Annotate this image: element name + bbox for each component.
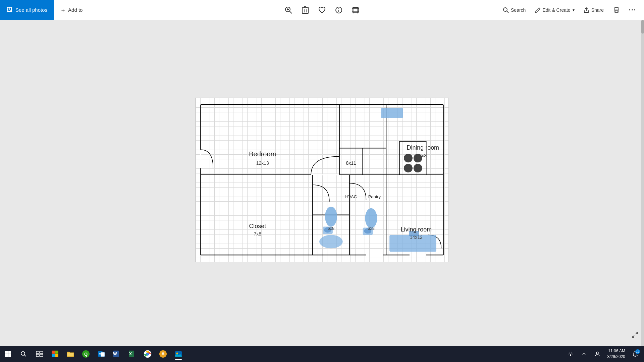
info-icon xyxy=(335,6,342,14)
svg-rect-85 xyxy=(52,351,55,354)
svg-rect-77 xyxy=(5,354,8,357)
photos-button[interactable] xyxy=(171,347,186,361)
svg-text:14x12: 14x12 xyxy=(410,235,423,240)
add-icon: ＋ xyxy=(60,6,66,14)
chrome-button[interactable] xyxy=(140,347,155,361)
svg-rect-23 xyxy=(615,11,618,12)
svg-text:Closet: Closet xyxy=(249,223,266,229)
svg-rect-82 xyxy=(40,351,43,354)
main-content: Bedroom 12x13 Dining room 8x8 8x11 HVAC … xyxy=(0,20,644,346)
word-icon: W xyxy=(113,350,121,358)
svg-rect-89 xyxy=(67,353,74,357)
file-explorer-button[interactable] xyxy=(63,347,78,361)
svg-point-58 xyxy=(404,154,413,162)
toolbar-right: Search Edit & Create ▾ Share xyxy=(499,3,644,17)
edit-icon xyxy=(534,7,540,13)
svg-text:X: X xyxy=(129,352,132,356)
network-icon[interactable] xyxy=(565,348,577,360)
share-icon xyxy=(583,7,589,13)
more-button[interactable]: ··· xyxy=(625,3,640,17)
quickbooks-icon: Q xyxy=(82,350,90,358)
taskbar-right: 11:06 AM 3/29/2020 19 xyxy=(565,348,644,360)
quickbooks-button[interactable]: Q xyxy=(78,347,93,361)
scrollbar[interactable] xyxy=(641,20,644,346)
svg-point-24 xyxy=(615,10,615,10)
taskview-button[interactable] xyxy=(32,347,47,361)
info-button[interactable] xyxy=(331,3,346,17)
svg-point-105 xyxy=(570,355,571,356)
more-icon: ··· xyxy=(629,6,637,14)
outlook-button[interactable]: O xyxy=(94,347,109,361)
taskbar-search-icon xyxy=(20,351,26,357)
svg-line-21 xyxy=(535,12,536,13)
see-all-photos-button[interactable]: 🖼 See all photos xyxy=(0,0,54,20)
crop-icon xyxy=(352,6,359,14)
notification-button[interactable]: 19 xyxy=(629,348,641,360)
svg-text:Bedroom: Bedroom xyxy=(249,150,276,158)
svg-point-101 xyxy=(147,353,149,355)
chevron-down-icon: ▾ xyxy=(573,8,575,12)
svg-text:Pantry: Pantry xyxy=(368,194,381,199)
taskbar: Q O W X xyxy=(0,346,644,362)
taskbar-search-button[interactable] xyxy=(16,347,31,361)
svg-text:6x8: 6x8 xyxy=(327,226,334,231)
taskbar-app-icons: Q O W X xyxy=(31,347,187,361)
svg-rect-4 xyxy=(302,8,308,13)
crop-button[interactable] xyxy=(348,3,363,17)
chevron-up-icon xyxy=(582,352,586,356)
expand-button[interactable] xyxy=(631,331,639,341)
taskview-icon xyxy=(36,351,43,357)
network-signal-icon xyxy=(568,351,573,357)
svg-rect-88 xyxy=(55,354,58,357)
zoom-button[interactable] xyxy=(281,3,296,17)
svg-text:7x8: 7x8 xyxy=(254,231,262,237)
svg-point-48 xyxy=(325,206,337,226)
svg-point-52 xyxy=(365,208,377,228)
svg-point-13 xyxy=(338,8,339,9)
floorplan-svg: Bedroom 12x13 Dining room 8x8 8x11 HVAC … xyxy=(196,98,448,262)
time-display: 11:06 AM xyxy=(607,348,625,354)
svg-text:8x11: 8x11 xyxy=(346,160,356,166)
heart-button[interactable] xyxy=(315,3,329,17)
svg-text:Q: Q xyxy=(84,352,88,357)
svg-line-80 xyxy=(24,355,26,357)
search-label: Search xyxy=(511,7,526,13)
svg-line-1 xyxy=(290,11,292,13)
store-button[interactable] xyxy=(48,347,62,361)
see-all-photos-label: See all photos xyxy=(15,7,47,13)
start-button[interactable] xyxy=(0,346,16,362)
delete-button[interactable] xyxy=(298,3,313,17)
print-button[interactable] xyxy=(609,3,624,17)
chevron-icon[interactable] xyxy=(578,348,590,360)
search-icon xyxy=(503,7,509,13)
scrollbar-thumb[interactable] xyxy=(641,20,644,34)
share-button[interactable]: Share xyxy=(579,5,608,15)
add-to-button[interactable]: ＋ Add to xyxy=(54,0,89,20)
chrome-icon xyxy=(144,350,152,358)
person-icon[interactable] xyxy=(591,348,603,360)
toolbar-center xyxy=(281,3,363,17)
svg-rect-87 xyxy=(52,354,55,357)
excel-icon: X xyxy=(128,350,136,358)
svg-text:O: O xyxy=(99,353,101,356)
search-button[interactable]: Search xyxy=(499,5,530,15)
clock[interactable]: 11:06 AM 3/29/2020 xyxy=(605,348,628,360)
file-explorer-icon xyxy=(66,350,74,358)
word-button[interactable]: W xyxy=(109,347,124,361)
edit-create-button[interactable]: Edit & Create ▾ xyxy=(531,5,578,15)
svg-rect-57 xyxy=(381,108,403,118)
add-to-label: Add to xyxy=(68,7,83,13)
edit-create-label: Edit & Create xyxy=(542,7,570,13)
floorplan-container: Bedroom 12x13 Dining room 8x8 8x11 HVAC … xyxy=(195,98,449,262)
svg-point-19 xyxy=(503,8,507,11)
excel-button[interactable]: X xyxy=(125,347,140,361)
svg-text:6x8: 6x8 xyxy=(368,226,375,231)
svg-text:Dining room: Dining room xyxy=(407,144,439,151)
svg-point-61 xyxy=(414,164,422,172)
toolbar: 🖼 See all photos ＋ Add to xyxy=(0,0,644,20)
store-icon xyxy=(51,350,59,358)
paint-button[interactable] xyxy=(156,347,170,361)
svg-rect-93 xyxy=(101,352,105,357)
outlook-icon: O xyxy=(97,350,105,358)
heart-icon xyxy=(318,7,326,13)
